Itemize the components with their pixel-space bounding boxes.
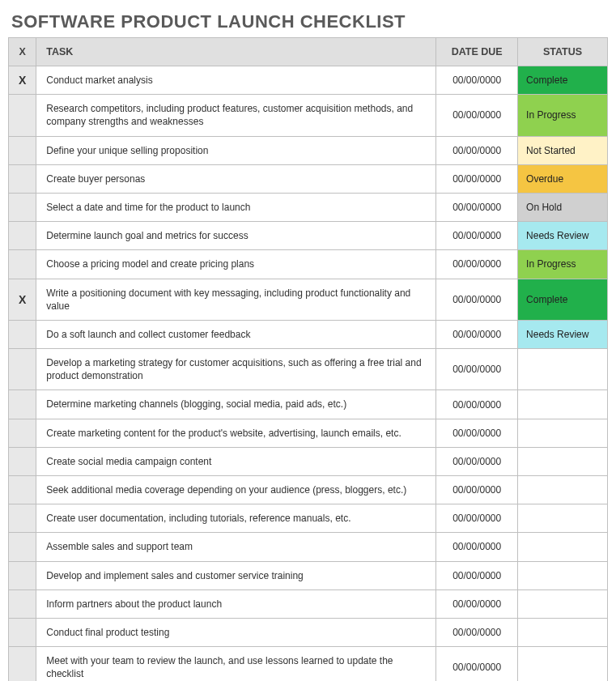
table-row: Do a soft launch and collect customer fe… (9, 320, 608, 348)
table-row: Determine marketing channels (blogging, … (9, 390, 608, 419)
status-cell[interactable] (518, 504, 608, 533)
table-row: Determine launch goal and metrics for su… (9, 222, 608, 250)
check-cell[interactable] (9, 618, 36, 646)
table-row: Inform partners about the product launch… (9, 589, 608, 618)
table-row: Assemble sales and support team00/00/000… (9, 533, 608, 561)
table-row: Create user documentation, including tut… (9, 504, 608, 533)
check-cell[interactable]: X (9, 279, 36, 320)
date-cell[interactable]: 00/00/0000 (436, 349, 518, 390)
status-cell[interactable]: In Progress (518, 250, 608, 279)
table-row: Create marketing content for the product… (9, 419, 608, 447)
header-task: TASK (36, 38, 436, 66)
table-header-row: X TASK DATE DUE STATUS (9, 38, 608, 66)
date-cell[interactable]: 00/00/0000 (436, 533, 518, 561)
status-cell[interactable]: Needs Review (518, 222, 608, 250)
table-row: Create buyer personas00/00/0000Overdue (9, 164, 608, 193)
check-cell[interactable] (9, 561, 36, 589)
date-cell[interactable]: 00/00/0000 (436, 419, 518, 447)
task-cell: Research competitors, including product … (36, 95, 436, 136)
date-cell[interactable]: 00/00/0000 (436, 136, 518, 164)
task-cell: Conduct market analysis (36, 66, 436, 95)
table-row: Meet with your team to review the launch… (9, 647, 608, 681)
check-cell[interactable] (9, 320, 36, 348)
check-cell[interactable] (9, 504, 36, 533)
date-cell[interactable]: 00/00/0000 (436, 66, 518, 95)
check-cell[interactable] (9, 95, 36, 136)
date-cell[interactable]: 00/00/0000 (436, 390, 518, 419)
status-cell[interactable] (518, 618, 608, 646)
status-cell[interactable]: In Progress (518, 95, 608, 136)
date-cell[interactable]: 00/00/0000 (436, 320, 518, 348)
date-cell[interactable]: 00/00/0000 (436, 504, 518, 533)
table-row: Define your unique selling proposition00… (9, 136, 608, 164)
check-cell[interactable] (9, 136, 36, 164)
check-cell[interactable] (9, 193, 36, 221)
status-cell[interactable]: Needs Review (518, 320, 608, 348)
task-cell: Develop and implement sales and customer… (36, 561, 436, 589)
status-cell[interactable] (518, 390, 608, 419)
header-status: STATUS (518, 38, 608, 66)
table-row: Choose a pricing model and create pricin… (9, 250, 608, 279)
table-row: Conduct final product testing00/00/0000 (9, 618, 608, 646)
check-cell[interactable] (9, 164, 36, 193)
status-cell[interactable] (518, 447, 608, 475)
status-cell[interactable] (518, 589, 608, 618)
status-cell[interactable] (518, 349, 608, 390)
status-cell[interactable] (518, 561, 608, 589)
task-cell: Define your unique selling proposition (36, 136, 436, 164)
date-cell[interactable]: 00/00/0000 (436, 193, 518, 221)
task-cell: Create buyer personas (36, 164, 436, 193)
status-cell[interactable] (518, 419, 608, 447)
date-cell[interactable]: 00/00/0000 (436, 476, 518, 504)
task-cell: Write a positioning document with key me… (36, 279, 436, 320)
date-cell[interactable]: 00/00/0000 (436, 95, 518, 136)
task-cell: Do a soft launch and collect customer fe… (36, 320, 436, 348)
status-cell[interactable]: Not Started (518, 136, 608, 164)
task-cell: Choose a pricing model and create pricin… (36, 250, 436, 279)
check-cell[interactable]: X (9, 66, 36, 95)
date-cell[interactable]: 00/00/0000 (436, 279, 518, 320)
check-cell[interactable] (9, 250, 36, 279)
date-cell[interactable]: 00/00/0000 (436, 589, 518, 618)
check-cell[interactable] (9, 647, 36, 681)
check-cell[interactable] (9, 222, 36, 250)
date-cell[interactable]: 00/00/0000 (436, 222, 518, 250)
task-cell: Determine launch goal and metrics for su… (36, 222, 436, 250)
table-row: Develop a marketing strategy for custome… (9, 349, 608, 390)
status-cell[interactable]: On Hold (518, 193, 608, 221)
check-cell[interactable] (9, 349, 36, 390)
table-row: Create social media campaign content00/0… (9, 447, 608, 475)
date-cell[interactable]: 00/00/0000 (436, 618, 518, 646)
task-cell: Inform partners about the product launch (36, 589, 436, 618)
status-cell[interactable]: Overdue (518, 164, 608, 193)
date-cell[interactable]: 00/00/0000 (436, 561, 518, 589)
header-date: DATE DUE (436, 38, 518, 66)
task-cell: Conduct final product testing (36, 618, 436, 646)
table-row: Develop and implement sales and customer… (9, 561, 608, 589)
task-cell: Select a date and time for the product t… (36, 193, 436, 221)
table-row: XConduct market analysis00/00/0000Comple… (9, 66, 608, 95)
status-cell[interactable]: Complete (518, 66, 608, 95)
date-cell[interactable]: 00/00/0000 (436, 447, 518, 475)
date-cell[interactable]: 00/00/0000 (436, 164, 518, 193)
table-row: Seek additional media coverage depending… (9, 476, 608, 504)
check-cell[interactable] (9, 390, 36, 419)
date-cell[interactable]: 00/00/0000 (436, 250, 518, 279)
table-row: Research competitors, including product … (9, 95, 608, 136)
status-cell[interactable] (518, 476, 608, 504)
check-cell[interactable] (9, 533, 36, 561)
status-cell[interactable] (518, 647, 608, 681)
status-cell[interactable] (518, 533, 608, 561)
task-cell: Create marketing content for the product… (36, 419, 436, 447)
task-cell: Create user documentation, including tut… (36, 504, 436, 533)
header-check: X (9, 38, 36, 66)
check-cell[interactable] (9, 419, 36, 447)
check-cell[interactable] (9, 476, 36, 504)
check-cell[interactable] (9, 589, 36, 618)
check-cell[interactable] (9, 447, 36, 475)
status-cell[interactable]: Complete (518, 279, 608, 320)
table-row: Select a date and time for the product t… (9, 193, 608, 221)
page-title: SOFTWARE PRODUCT LAUNCH CHECKLIST (11, 11, 608, 32)
date-cell[interactable]: 00/00/0000 (436, 647, 518, 681)
task-cell: Seek additional media coverage depending… (36, 476, 436, 504)
